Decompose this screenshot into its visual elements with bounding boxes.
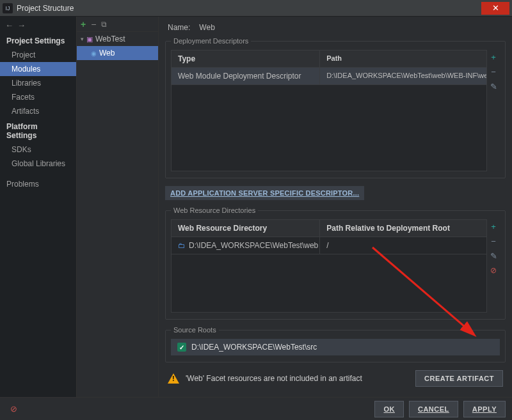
- sidebar-item-project[interactable]: Project: [0, 48, 76, 62]
- res-row[interactable]: 🗀 D:\IDEA_WORKSPACE\WebTest\web /: [172, 237, 486, 254]
- res-head-rel: Path Relative to Deployment Root: [319, 220, 486, 237]
- chevron-down-icon: ▾: [81, 36, 84, 42]
- deploy-legend: Deployment Descriptors: [171, 37, 251, 45]
- nav-forward-icon: →: [17, 20, 26, 30]
- add-server-descriptor-link[interactable]: ADD APPLICATION SERVER SPECIFIC DESCRIPT…: [165, 186, 364, 200]
- app-icon: IJ: [3, 3, 13, 13]
- source-root-path: D:\IDEA_WORKSPACE\WebTest\src: [191, 343, 317, 352]
- source-root-checkbox[interactable]: ✓: [177, 343, 186, 352]
- apply-button[interactable]: APPLY: [463, 401, 506, 417]
- warning-text: 'Web' Facet resources are not included i…: [186, 374, 362, 383]
- module-tree: + − ⧉ ▾ ▣ WebTest ◉ Web: [77, 17, 159, 397]
- deploy-edit-icon[interactable]: ✎: [490, 82, 497, 91]
- sidebar-item-facets[interactable]: Facets: [0, 90, 76, 104]
- titlebar: IJ Project Structure ✕: [0, 0, 512, 17]
- deploy-row[interactable]: Web Module Deployment Descriptor D:\IDEA…: [172, 68, 486, 85]
- deployment-descriptors-section: Deployment Descriptors Type Path Web Mod…: [165, 37, 506, 178]
- sidebar-item-libraries[interactable]: Libraries: [0, 76, 76, 90]
- source-roots-section: Source Roots ✓ D:\IDEA_WORKSPACE\WebTest…: [165, 326, 506, 362]
- deploy-head-type: Type: [172, 51, 319, 67]
- deploy-table: Type Path Web Module Deployment Descript…: [171, 50, 487, 171]
- tree-facet-label: Web: [99, 49, 115, 58]
- sidebar-item-problems[interactable]: Problems: [0, 177, 76, 191]
- folder-icon: 🗀: [178, 242, 185, 249]
- bottom-bar: ⊘ OK CANCEL APPLY: [0, 397, 512, 420]
- copy-icon[interactable]: ⧉: [101, 20, 107, 29]
- warning-icon: [168, 373, 179, 384]
- deploy-add-icon[interactable]: +: [491, 52, 496, 62]
- add-icon[interactable]: +: [81, 19, 86, 29]
- tree-module-label: WebTest: [95, 35, 125, 43]
- web-icon: ◉: [91, 50, 97, 57]
- src-legend: Source Roots: [171, 326, 219, 334]
- source-root-row[interactable]: ✓ D:\IDEA_WORKSPACE\WebTest\src: [171, 339, 500, 355]
- sidebar-item-artifacts[interactable]: Artifacts: [0, 104, 76, 118]
- main-panel: Name: Web Deployment Descriptors Type Pa…: [159, 17, 512, 397]
- res-table: Web Resource Directory Path Relative to …: [171, 219, 487, 313]
- res-legend: Web Resource Directories: [171, 206, 258, 214]
- res-remove-icon[interactable]: −: [491, 237, 496, 246]
- close-icon[interactable]: ✕: [481, 2, 509, 15]
- nav-back-icon: ←: [5, 20, 13, 30]
- window-title: Project Structure: [17, 4, 481, 13]
- deploy-head-path: Path: [319, 51, 486, 67]
- cancel-button[interactable]: CANCEL: [409, 401, 458, 417]
- res-warn-icon[interactable]: ⊘: [490, 266, 497, 275]
- sidebar-heading-project: Project Settings: [0, 33, 76, 48]
- create-artifact-button[interactable]: CREATE ARTIFACT: [415, 370, 503, 387]
- deploy-remove-icon[interactable]: −: [491, 67, 496, 77]
- res-head-dir: Web Resource Directory: [172, 220, 319, 237]
- sidebar-item-modules[interactable]: Modules: [0, 62, 76, 76]
- web-resource-section: Web Resource Directories Web Resource Di…: [165, 206, 506, 320]
- error-indicator-icon[interactable]: ⊘: [6, 404, 17, 414]
- name-label: Name:: [168, 23, 190, 32]
- sidebar-heading-platform: Platform Settings: [0, 118, 76, 143]
- sidebar-item-global-libs[interactable]: Global Libraries: [0, 157, 76, 171]
- ok-button[interactable]: OK: [374, 401, 404, 417]
- name-value: Web: [199, 23, 214, 32]
- deploy-row-path: D:\IDEA_WORKSPACE\WebTest\web\WEB-INF\we…: [319, 68, 486, 84]
- sidebar-item-sdks[interactable]: SDKs: [0, 143, 76, 157]
- res-row-dir: D:\IDEA_WORKSPACE\WebTest\web: [189, 241, 318, 250]
- warning-row: 'Web' Facet resources are not included i…: [165, 365, 506, 393]
- deploy-toolbar: + − ✎: [487, 50, 500, 171]
- sidebar: ← → Project Settings Project Modules Lib…: [0, 17, 77, 397]
- tree-facet-web[interactable]: ◉ Web: [77, 46, 158, 60]
- tree-module[interactable]: ▾ ▣ WebTest: [77, 32, 158, 46]
- remove-icon[interactable]: −: [91, 19, 96, 29]
- module-icon: ▣: [86, 35, 93, 43]
- res-edit-icon[interactable]: ✎: [490, 251, 497, 261]
- res-add-icon[interactable]: +: [491, 222, 496, 231]
- deploy-row-type: Web Module Deployment Descriptor: [172, 68, 319, 84]
- res-toolbar: + − ✎ ⊘: [487, 219, 500, 313]
- res-row-rel: /: [319, 237, 486, 254]
